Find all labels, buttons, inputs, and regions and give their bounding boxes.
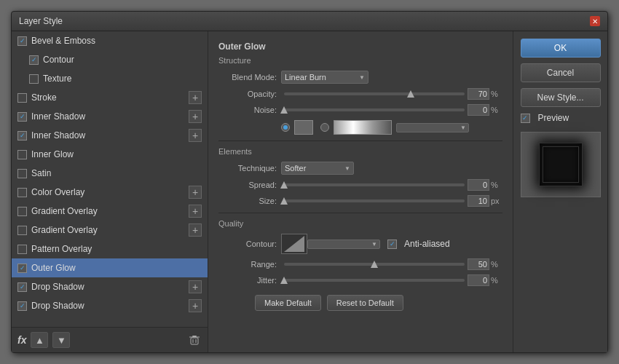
delete-button[interactable] [187,333,202,347]
contour-label: Contour: [218,240,277,248]
gradient-swatch[interactable] [334,120,392,135]
layer-item-outer-glow[interactable]: Outer Glow [12,258,208,277]
layer-item-gradient-overlay-1[interactable]: Gradient Overlay+ [12,202,208,221]
checkbox-gradient-overlay-1[interactable] [17,207,27,216]
checkbox-bevel-emboss[interactable] [17,36,27,46]
add-btn-drop-shadow-2[interactable]: + [189,299,202,312]
add-btn-drop-shadow-1[interactable]: + [189,280,202,293]
checkbox-pattern-overlay[interactable] [17,245,27,254]
spread-slider[interactable] [284,183,465,186]
add-btn-stroke[interactable]: + [189,91,202,104]
add-btn-inner-shadow-1[interactable]: + [189,110,202,123]
layer-item-inner-shadow-1[interactable]: Inner Shadow+ [12,107,208,126]
label-drop-shadow-1: Drop Shadow [31,282,186,292]
jitter-input[interactable]: 0 [468,274,489,286]
blend-mode-dropdown[interactable]: Linear Burn ▼ [281,71,368,84]
add-btn-gradient-overlay-1[interactable]: + [189,205,202,218]
size-label: Size: [218,197,277,205]
jitter-slider[interactable] [284,279,465,282]
label-gradient-overlay-2: Gradient Overlay [31,225,186,235]
preview-checkbox[interactable] [521,114,530,123]
checkbox-gradient-overlay-2[interactable] [17,226,27,235]
color-swatch[interactable] [294,120,313,135]
range-slider[interactable] [284,263,465,266]
technique-dropdown[interactable]: Softer ▼ [281,162,354,175]
opacity-input[interactable]: 70 [468,88,489,100]
svg-marker-5 [284,236,304,252]
layer-item-stroke[interactable]: Stroke+ [12,88,208,107]
make-default-button[interactable]: Make Default [255,295,321,311]
elements-section: Elements Technique: Softer ▼ Spread: [218,147,502,207]
layer-item-contour[interactable]: Contour [12,50,208,69]
solid-color-radio[interactable] [281,123,290,132]
svg-rect-0 [191,338,198,344]
range-label: Range: [218,260,277,269]
checkbox-drop-shadow-1[interactable] [17,282,27,292]
checkbox-satin[interactable] [17,169,27,178]
checkbox-color-overlay[interactable] [17,188,27,197]
jitter-unit: % [491,276,502,285]
label-satin: Satin [31,168,202,178]
contour-row: Contour: ▼ Anti-aliased [218,234,502,254]
cancel-button[interactable]: Cancel [521,63,601,82]
move-up-button[interactable]: ▲ [31,332,48,348]
noise-slider[interactable] [284,108,465,111]
new-style-button[interactable]: New Style... [521,88,601,107]
layer-item-texture[interactable]: Texture [12,69,208,88]
checkbox-drop-shadow-2[interactable] [17,301,27,311]
checkbox-inner-shadow-1[interactable] [17,112,27,122]
layer-item-inner-glow[interactable]: Inner Glow [12,145,208,164]
checkbox-inner-glow[interactable] [17,150,27,159]
add-btn-color-overlay[interactable]: + [189,186,202,199]
noise-input[interactable]: 0 [468,104,489,116]
checkbox-stroke[interactable] [17,93,27,103]
gradient-type-dropdown[interactable]: ▼ [396,123,469,132]
spread-slider-container [281,183,468,186]
size-slider[interactable] [284,199,465,202]
label-inner-shadow-1: Inner Shadow [31,111,186,122]
quality-title: Quality [218,219,502,228]
quality-section: Quality Contour: ▼ Anti-aliased [218,219,502,286]
preview-box [521,132,601,197]
label-inner-glow: Inner Glow [31,149,202,159]
layer-item-color-overlay[interactable]: Color Overlay+ [12,183,208,202]
move-down-button[interactable]: ▼ [52,332,70,348]
range-input[interactable]: 50 [468,258,489,270]
divider-1 [218,141,502,141]
range-unit: % [491,260,502,269]
checkbox-texture[interactable] [29,74,39,84]
add-btn-gradient-overlay-2[interactable]: + [189,223,202,237]
bottom-buttons: Make Default Reset to Default [218,295,502,311]
checkbox-inner-shadow-2[interactable] [17,131,27,141]
middle-panel: Outer Glow Structure Blend Mode: Linear … [208,31,513,352]
gradient-radio[interactable] [320,123,329,132]
size-slider-container [281,199,468,202]
close-button[interactable]: ✕ [590,16,600,26]
structure-title: Structure [218,56,502,65]
checkbox-contour[interactable] [29,55,39,65]
reset-to-default-button[interactable]: Reset to Default [327,295,403,311]
noise-thumb [280,106,288,114]
layer-item-inner-shadow-2[interactable]: Inner Shadow+ [12,126,208,145]
layer-item-bevel-emboss[interactable]: Bevel & Emboss [12,31,208,50]
noise-unit: % [491,106,502,114]
layer-item-satin[interactable]: Satin [12,164,208,183]
layer-item-drop-shadow-2[interactable]: Drop Shadow+ [12,296,208,315]
opacity-slider[interactable] [284,92,465,95]
layer-item-pattern-overlay[interactable]: Pattern Overlay [12,240,208,258]
ok-button[interactable]: OK [521,39,601,58]
color-row: ▼ [218,120,502,135]
jitter-row: Jitter: 0 % [218,274,502,286]
contour-dropdown[interactable]: ▼ [307,240,380,249]
add-btn-inner-shadow-2[interactable]: + [189,129,202,142]
range-slider-container [281,263,468,266]
layer-item-drop-shadow-1[interactable]: Drop Shadow+ [12,277,208,296]
contour-preview[interactable] [281,234,307,254]
spread-input[interactable]: 0 [468,179,489,191]
anti-aliased-checkbox[interactable] [387,240,397,249]
size-input[interactable]: 10 [468,195,489,207]
jitter-label: Jitter: [218,276,277,285]
layer-item-gradient-overlay-2[interactable]: Gradient Overlay+ [12,221,208,240]
spread-unit: % [491,181,502,189]
checkbox-outer-glow[interactable] [17,264,27,273]
